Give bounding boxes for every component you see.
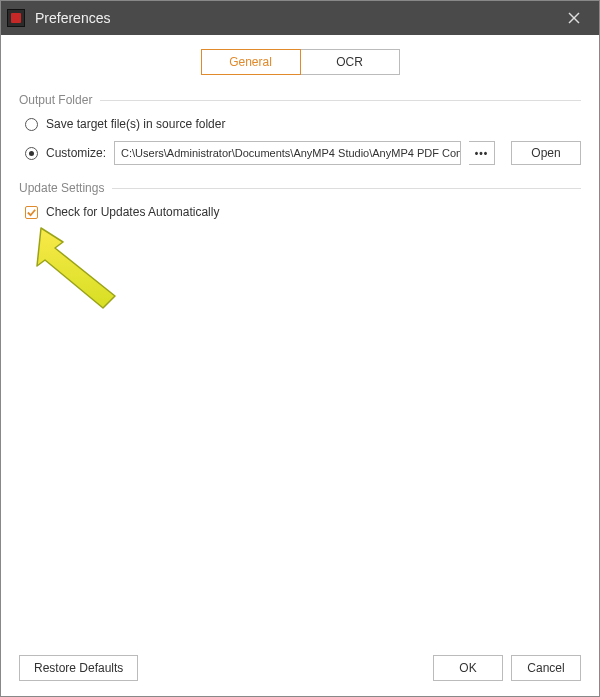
group-label-update-settings: Update Settings (19, 181, 104, 195)
group-label-output-folder: Output Folder (19, 93, 92, 107)
restore-defaults-button[interactable]: Restore Defaults (19, 655, 138, 681)
row-save-in-source[interactable]: Save target file(s) in source folder (25, 117, 581, 131)
divider (112, 188, 581, 189)
tab-ocr[interactable]: OCR (300, 49, 400, 75)
group-update-settings: Update Settings Check for Updates Automa… (19, 181, 581, 219)
path-input[interactable]: C:\Users\Administrator\Documents\AnyMP4 … (114, 141, 461, 165)
browse-button[interactable]: ••• (469, 141, 495, 165)
close-icon (568, 12, 580, 24)
row-check-updates[interactable]: Check for Updates Automatically (25, 205, 581, 219)
label-check-updates: Check for Updates Automatically (46, 205, 219, 219)
cancel-button[interactable]: Cancel (511, 655, 581, 681)
row-customize: Customize: C:\Users\Administrator\Docume… (25, 141, 581, 165)
tab-general[interactable]: General (201, 49, 301, 75)
divider (100, 100, 581, 101)
tab-bar: General OCR (19, 49, 581, 75)
annotation-arrow-icon (23, 220, 133, 310)
checkbox-check-updates[interactable] (25, 206, 38, 219)
group-output-folder: Output Folder Save target file(s) in sou… (19, 93, 581, 165)
ok-button[interactable]: OK (433, 655, 503, 681)
path-value: C:\Users\Administrator\Documents\AnyMP4 … (121, 147, 461, 159)
titlebar: Preferences (1, 1, 599, 35)
close-button[interactable] (557, 1, 591, 35)
label-customize: Customize: (46, 146, 106, 160)
label-save-in-source: Save target file(s) in source folder (46, 117, 225, 131)
app-icon (7, 9, 25, 27)
radio-customize[interactable] (25, 147, 38, 160)
svg-rect-0 (11, 13, 21, 23)
footer: Restore Defaults OK Cancel (1, 650, 599, 696)
check-icon (26, 207, 37, 218)
window-title: Preferences (35, 10, 557, 26)
radio-save-in-source[interactable] (25, 118, 38, 131)
open-button[interactable]: Open (511, 141, 581, 165)
content-area: General OCR Output Folder Save target fi… (1, 35, 599, 650)
